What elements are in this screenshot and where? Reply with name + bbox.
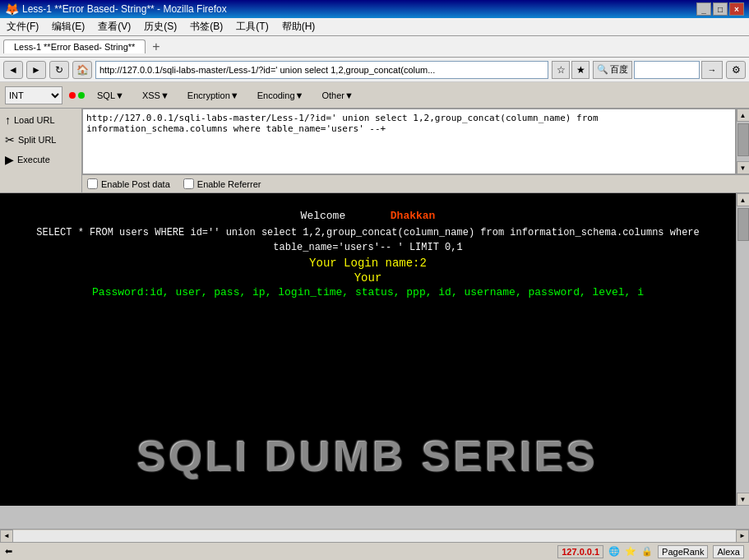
checkbox-bar: Enable Post data Enable Referrer bbox=[82, 174, 749, 192]
status-bar: ⬅ 127.0.0.1 🌐 ⭐ 🔒 PageRank Alexa bbox=[0, 542, 749, 560]
enable-post-data-text: Enable Post data bbox=[101, 179, 170, 189]
execute-icon: ▶ bbox=[5, 153, 14, 166]
address-input[interactable] bbox=[95, 61, 548, 79]
back-button[interactable]: ◄ bbox=[3, 61, 23, 79]
baidu-icon: 🔍 bbox=[597, 64, 608, 75]
menu-encryption[interactable]: Encryption▼ bbox=[182, 88, 245, 103]
menu-file[interactable]: 文件(F) bbox=[3, 19, 42, 35]
enable-referrer-label[interactable]: Enable Referrer bbox=[183, 178, 261, 189]
enable-post-data-checkbox[interactable] bbox=[87, 178, 98, 189]
sql-query-line1: SELECT * FROM users WHERE id='' union se… bbox=[0, 227, 736, 238]
window-controls: _ □ × bbox=[696, 2, 744, 16]
type-select[interactable]: INT bbox=[5, 86, 62, 104]
search-engine-selector[interactable]: 🔍 百度 bbox=[593, 61, 632, 79]
welcome-text: Welcome bbox=[301, 210, 346, 222]
menu-bar: 文件(F) 编辑(E) 查看(V) 历史(S) 书签(B) 工具(T) 帮助(H… bbox=[0, 18, 749, 36]
alexa-label: Alexa bbox=[713, 545, 744, 558]
sqli-dumb-series: SQLI DUMB SERIES bbox=[0, 432, 736, 481]
content-section: Welcome Dhakkan SELECT * FROM users WHER… bbox=[0, 193, 749, 506]
firefox-icon: 🦊 bbox=[5, 2, 19, 16]
status-icon3: 🔒 bbox=[641, 546, 653, 557]
menu-encoding[interactable]: Encoding▼ bbox=[252, 88, 310, 103]
address-bar: ◄ ► ↻ 🏠 ☆ ★ 🔍 百度 → ⚙ bbox=[0, 58, 749, 82]
your-line: Your bbox=[0, 271, 736, 285]
load-url-icon: ↑ bbox=[5, 113, 11, 127]
menu-bookmarks[interactable]: 书签(B) bbox=[187, 19, 226, 35]
enable-referrer-text: Enable Referrer bbox=[197, 179, 261, 189]
content-scroll-up[interactable]: ▲ bbox=[737, 193, 750, 206]
search-engine-label: 百度 bbox=[610, 63, 628, 76]
execute-button[interactable]: ▶ Execute bbox=[0, 150, 81, 169]
new-tab-button[interactable]: + bbox=[149, 39, 163, 54]
content-display: Welcome Dhakkan SELECT * FROM users WHER… bbox=[0, 193, 736, 506]
scroll-up-arrow[interactable]: ▲ bbox=[737, 109, 750, 122]
menu-edit[interactable]: 编辑(E) bbox=[49, 19, 88, 35]
tab-bar: Less-1 **Error Based- String** + bbox=[0, 36, 749, 58]
bookmark-star[interactable]: ☆ bbox=[552, 61, 570, 79]
forward-button[interactable]: ► bbox=[26, 61, 46, 79]
title-bar: 🦊 Less-1 **Error Based- String** - Mozil… bbox=[0, 0, 749, 18]
sidebar: ↑ Load URL ✂ Split URL ▶ Execute bbox=[0, 109, 82, 192]
split-url-label: Split URL bbox=[18, 135, 56, 145]
content-scrollbar[interactable]: ▲ ▼ bbox=[736, 193, 749, 506]
enable-post-data-label[interactable]: Enable Post data bbox=[87, 178, 170, 189]
menu-other[interactable]: Other▼ bbox=[316, 88, 358, 103]
load-url-label: Load URL bbox=[14, 115, 55, 125]
close-button[interactable]: × bbox=[729, 2, 744, 16]
menu-sql[interactable]: SQL▼ bbox=[91, 88, 130, 103]
url-textarea[interactable]: http://127.0.0.1/sqli-labs-master/Less-1… bbox=[82, 109, 736, 174]
scroll-thumb[interactable] bbox=[737, 123, 749, 156]
menu-xss[interactable]: XSS▼ bbox=[136, 88, 175, 103]
menu-history[interactable]: 历史(S) bbox=[141, 19, 180, 35]
menu-help[interactable]: 帮助(H) bbox=[279, 19, 319, 35]
status-icon1: 🌐 bbox=[608, 546, 620, 557]
menu-tools[interactable]: 工具(T) bbox=[233, 19, 271, 35]
search-input[interactable] bbox=[634, 61, 700, 79]
h-scroll-track[interactable] bbox=[13, 530, 736, 542]
dhakkan-text: Dhakkan bbox=[391, 210, 436, 222]
content-scroll-down[interactable]: ▼ bbox=[737, 493, 750, 506]
ip-address: 127.0.0.1 bbox=[557, 545, 603, 558]
pagerank-label: PageRank bbox=[658, 545, 708, 558]
execute-label: Execute bbox=[17, 155, 50, 164]
maximize-button[interactable]: □ bbox=[713, 2, 728, 16]
options-button[interactable]: ⚙ bbox=[726, 61, 746, 79]
reload-button[interactable]: ↻ bbox=[49, 61, 69, 79]
split-url-icon: ✂ bbox=[5, 133, 15, 146]
tab-less1[interactable]: Less-1 **Error Based- String** bbox=[3, 39, 146, 53]
h-scroll-right[interactable]: ► bbox=[736, 530, 749, 543]
status-dot-green bbox=[78, 92, 85, 99]
scroll-down-arrow[interactable]: ▼ bbox=[737, 161, 750, 174]
menu-view[interactable]: 查看(V) bbox=[95, 19, 134, 35]
search-go-button[interactable]: → bbox=[701, 61, 723, 79]
horizontal-scrollbar: ◄ ► bbox=[0, 529, 749, 542]
minimize-button[interactable]: _ bbox=[696, 2, 711, 16]
load-url-button[interactable]: ↑ Load URL bbox=[0, 110, 81, 130]
home-button[interactable]: 🏠 bbox=[72, 61, 92, 79]
content-scroll-thumb[interactable] bbox=[737, 208, 749, 241]
sqli-tool-section: ↑ Load URL ✂ Split URL ▶ Execute http://… bbox=[0, 109, 749, 193]
h-scroll-left[interactable]: ◄ bbox=[0, 530, 13, 543]
status-left-icon: ⬅ bbox=[5, 546, 12, 557]
status-dot-red bbox=[69, 92, 76, 99]
sqli-toolbar: INT SQL▼ XSS▼ Encryption▼ Encoding▼ Othe… bbox=[0, 82, 749, 109]
password-line: Password:id, user, pass, ip, login_time,… bbox=[0, 286, 736, 299]
url-scrollbar[interactable]: ▲ ▼ bbox=[736, 109, 749, 174]
split-url-button[interactable]: ✂ Split URL bbox=[0, 130, 81, 150]
enable-referrer-checkbox[interactable] bbox=[183, 178, 194, 189]
login-name: Your Login name:2 bbox=[0, 257, 736, 270]
sql-query-line2: table_name='users'-- ' LIMIT 0,1 bbox=[0, 242, 736, 253]
status-icon2: ⭐ bbox=[625, 546, 636, 557]
window-title: Less-1 **Error Based- String** - Mozilla… bbox=[22, 3, 227, 15]
bookmark-star2[interactable]: ★ bbox=[571, 61, 589, 79]
